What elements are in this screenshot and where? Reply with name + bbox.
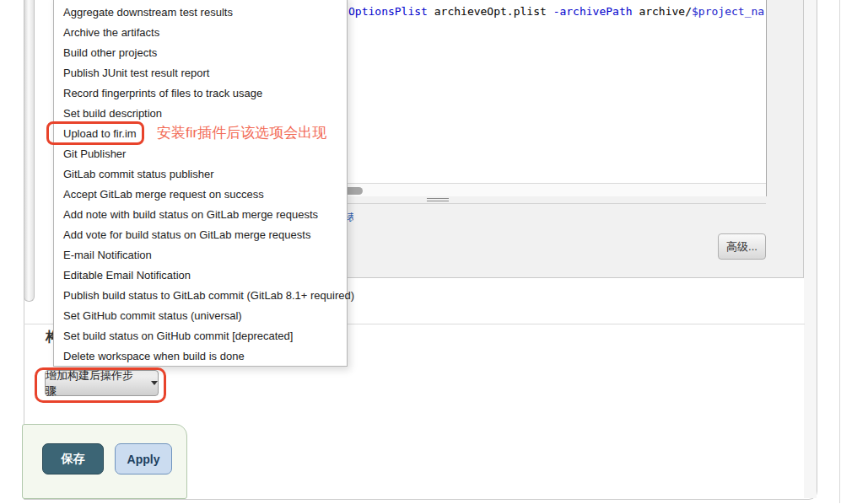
menu-item[interactable]: Delete workspace when build is done	[54, 346, 347, 367]
menu-item[interactable]: Git Publisher	[54, 144, 347, 164]
apply-button[interactable]: Apply	[115, 443, 172, 475]
right-gutter	[804, 0, 817, 498]
menu-item[interactable]: GitLab commit status publisher	[54, 164, 347, 185]
menu-item[interactable]: Add note with build status on GitLab mer…	[54, 205, 347, 225]
menu-item[interactable]: Aggregate downstream test results	[54, 3, 347, 23]
menu-item[interactable]: Set GitHub commit status (universal)	[54, 306, 347, 326]
menu-item[interactable]: E-mail Notification	[54, 245, 347, 265]
env-variables-help-link[interactable]: 表	[347, 209, 353, 222]
menu-item[interactable]: Publish JUnit test result report	[54, 63, 347, 83]
menu-item[interactable]: Set build status on GitHub commit [depre…	[54, 326, 347, 346]
annotation-box-upload-to-firim	[46, 121, 144, 145]
menu-item[interactable]: Accept GitLab merge request on success	[54, 185, 347, 205]
menu-item[interactable]: Publish build status to GitLab commit (G…	[54, 286, 347, 306]
annotation-box-add-step-button	[35, 367, 166, 403]
page-right-border	[839, 0, 840, 503]
menu-item[interactable]: Editable Email Notification	[54, 265, 347, 286]
post-build-actions-dropdown-menu: Aggregate downstream test resultsArchive…	[53, 0, 348, 367]
menu-item[interactable]: Record fingerprints of files to track us…	[54, 83, 347, 104]
save-button[interactable]: 保存	[42, 443, 104, 475]
menu-item[interactable]: Build other projects	[54, 43, 347, 63]
advanced-button[interactable]: 高级...	[718, 233, 766, 260]
menu-item[interactable]: Archive the artifacts	[54, 23, 347, 43]
shell-command-code-line: OptionsPlist archieveOpt.plist -archiveP…	[348, 5, 764, 18]
menu-item[interactable]: Add vote for build status on GitLab merg…	[54, 225, 347, 245]
annotation-note-text: 安装fir插件后该选项会出现	[157, 123, 326, 142]
build-step-drag-handle[interactable]	[24, 0, 35, 302]
